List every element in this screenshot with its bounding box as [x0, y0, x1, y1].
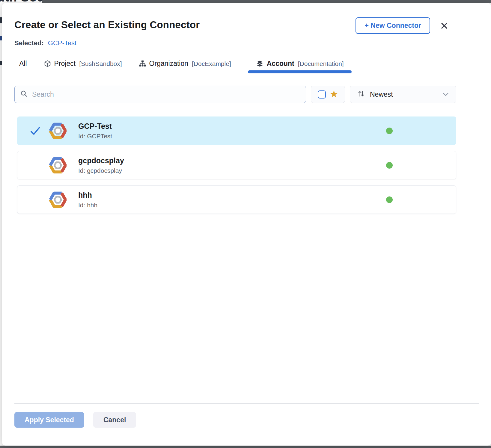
backdrop-edge-mark: [0, 61, 2, 65]
backdrop-overlay-bottom: [0, 446, 491, 448]
connector-row-gcpdocsplay[interactable]: gcpdocsplay Id: gcpdocsplay: [17, 151, 456, 179]
status-dot: [386, 196, 393, 203]
star-icon: ★: [330, 89, 338, 99]
check-icon: [30, 126, 41, 136]
connector-row-gcp-test[interactable]: GCP-Test Id: GCPTest: [17, 116, 456, 145]
tab-project[interactable]: Project [SushSandbox]: [44, 60, 122, 68]
connector-name: hhh: [78, 191, 97, 199]
selected-label: Selected:: [14, 39, 44, 47]
tab-account[interactable]: Account [Documentation]: [248, 60, 352, 68]
connector-name: gcpdocsplay: [78, 156, 124, 165]
search-box: [14, 86, 306, 103]
tab-all[interactable]: All: [19, 60, 27, 68]
status-dot: [386, 162, 393, 169]
connector-id: Id: hhh: [78, 202, 97, 209]
connector-name: GCP-Test: [78, 122, 112, 131]
sort-dropdown[interactable]: Newest: [350, 86, 456, 103]
backdrop-edge-mark: [0, 36, 2, 40]
new-connector-button[interactable]: + New Connector: [356, 17, 430, 34]
selected-summary: Selected: GCP-Test: [14, 39, 479, 47]
modal-header: Create or Select an Existing Connector +…: [14, 19, 479, 34]
search-icon: [20, 90, 28, 99]
org-chart-icon: [139, 60, 146, 67]
gcp-connector-icon: [49, 122, 67, 140]
apply-selected-button[interactable]: Apply Selected: [14, 412, 84, 428]
connector-list: GCP-Test Id: GCPTest gcpdocsplay: [17, 116, 456, 214]
favorites-checkbox[interactable]: [318, 90, 326, 99]
close-button[interactable]: [439, 20, 450, 31]
connector-select-modal: Create or Select an Existing Connector +…: [2, 3, 491, 446]
gcp-connector-icon: [49, 191, 67, 208]
favorites-filter[interactable]: ★: [311, 86, 345, 103]
gcp-connector-icon: [49, 157, 67, 174]
tab-organization[interactable]: Organization [DocExample]: [139, 60, 231, 68]
connector-id: Id: GCPTest: [78, 133, 112, 140]
sort-arrows-icon: [357, 90, 365, 99]
close-icon: [440, 27, 449, 31]
layers-icon: [256, 60, 264, 68]
cancel-button[interactable]: Cancel: [93, 412, 136, 428]
modal-title: Create or Select an Existing Connector: [14, 19, 200, 31]
search-input[interactable]: [32, 90, 300, 99]
connector-row-hhh[interactable]: hhh Id: hhh: [17, 185, 456, 214]
scope-tabs: All Project [SushSandbox]: [14, 60, 479, 72]
chevron-down-icon: [443, 93, 449, 96]
modal-footer: Apply Selected Cancel: [14, 403, 479, 446]
sort-selected-value: Newest: [370, 90, 393, 99]
list-toolbar: ★ Newest: [14, 86, 456, 103]
status-dot: [386, 128, 393, 134]
backdrop-edge-mark: [0, 17, 2, 23]
cube-icon: [44, 60, 51, 67]
connector-id: Id: gcpdocsplay: [78, 167, 124, 174]
selected-connector-link[interactable]: GCP-Test: [48, 39, 76, 47]
